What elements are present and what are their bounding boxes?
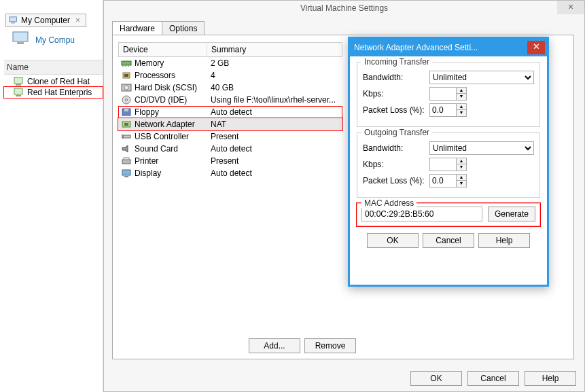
computer-icon (12, 31, 30, 48)
outgoing-loss-input[interactable] (429, 174, 457, 188)
col-device[interactable]: Device (119, 43, 207, 56)
hdd-icon (121, 83, 132, 92)
library-sidebar: My Computer × My Compu Name Clone of Red… (0, 0, 103, 392)
device-name: Printer (135, 156, 158, 166)
svg-rect-24 (122, 160, 130, 164)
device-row-hdd[interactable]: Hard Disk (SCSI)40 GB (118, 82, 342, 94)
outgoing-legend: Outgoing Transfer (361, 128, 432, 137)
svg-point-17 (126, 99, 128, 101)
svg-rect-10 (125, 65, 126, 67)
ok-button[interactable]: OK (410, 371, 462, 386)
floppy-icon (121, 107, 132, 117)
remove-button[interactable]: Remove (304, 338, 356, 353)
incoming-bandwidth-select[interactable]: Unlimited (429, 71, 534, 84)
sidebar-tab-mycomputer[interactable]: My Computer × (5, 14, 86, 27)
svg-rect-9 (122, 65, 124, 67)
close-icon[interactable]: × (557, 1, 584, 14)
device-name: Sound Card (135, 144, 178, 154)
col-summary[interactable]: Summary (207, 43, 342, 56)
device-row-usb[interactable]: USB ControllerPresent (118, 130, 342, 143)
svg-rect-6 (14, 88, 22, 94)
display-icon (121, 168, 132, 178)
device-summary: Auto detect (207, 143, 342, 154)
device-summary: 40 GB (207, 82, 342, 93)
device-row-printer[interactable]: PrinterPresent (118, 155, 342, 167)
computer-icon (9, 16, 18, 24)
svg-rect-21 (124, 123, 128, 126)
outgoing-group: Outgoing Transfer Bandwidth: Unlimited K… (357, 132, 540, 198)
svg-rect-27 (124, 176, 128, 177)
device-name: Display (135, 168, 161, 178)
spinner-icon[interactable]: ▲▼ (457, 87, 467, 101)
svg-rect-26 (122, 170, 130, 175)
device-summary: Present (207, 156, 342, 166)
ok-button[interactable]: OK (367, 233, 419, 248)
outgoing-bandwidth-select[interactable]: Unlimited (429, 141, 534, 155)
settings-tabs: Hardware Options (112, 21, 204, 36)
help-button[interactable]: Help (525, 371, 576, 386)
device-summary: 2 GB (207, 58, 342, 69)
incoming-loss-input[interactable] (429, 103, 457, 117)
cancel-button[interactable]: Cancel (467, 371, 519, 386)
tab-hardware[interactable]: Hardware (112, 21, 162, 36)
svg-rect-3 (17, 42, 24, 44)
device-summary: Using file F:\tool\linux\rhel-server... (207, 94, 342, 105)
sound-icon (121, 144, 132, 154)
close-icon[interactable]: × (75, 16, 80, 25)
adv-buttons: OK Cancel Help (357, 233, 540, 248)
device-row-nic[interactable]: Network AdapterNAT (118, 118, 342, 130)
tree-item-label: Clone of Red Hat (27, 77, 90, 86)
device-buttons: Add... Remove (249, 338, 356, 353)
mac-address-input[interactable] (361, 207, 482, 221)
sidebar-tab-label: My Computer (21, 16, 70, 25)
usb-icon (121, 132, 132, 141)
printer-icon (121, 156, 132, 166)
vm-icon (14, 88, 24, 97)
device-summary: Present (207, 131, 342, 142)
add-button[interactable]: Add... (249, 338, 300, 353)
svg-rect-5 (16, 84, 21, 86)
svg-rect-0 (10, 17, 17, 22)
device-row-floppy[interactable]: FloppyAuto detect (118, 106, 342, 118)
svg-point-15 (124, 86, 128, 90)
svg-rect-25 (124, 158, 129, 160)
tree-item-clone[interactable]: Clone of Red Hat (4, 76, 103, 87)
library-title: My Compu (12, 31, 75, 48)
device-row-sound[interactable]: Sound CardAuto detect (118, 143, 342, 155)
device-row-memory[interactable]: Memory2 GB (118, 57, 342, 69)
generate-button[interactable]: Generate (488, 207, 535, 221)
nic-icon (121, 120, 132, 129)
incoming-legend: Incoming Transfer (361, 57, 432, 67)
device-row-display[interactable]: DisplayAuto detect (118, 167, 342, 179)
mac-legend: MAC Address (361, 198, 416, 208)
help-button[interactable]: Help (478, 233, 530, 248)
device-row-cpu[interactable]: Processors4 (118, 69, 342, 82)
svg-rect-1 (12, 22, 15, 24)
mac-group: MAC Address Generate (357, 203, 540, 226)
device-name: Memory (135, 58, 164, 68)
bandwidth-label: Bandwidth: (363, 143, 425, 153)
tree-item-redhat[interactable]: Red Hat Enterpris (4, 87, 103, 98)
device-name: Network Adapter (135, 120, 195, 129)
packet-loss-label: Packet Loss (%): (363, 176, 425, 185)
svg-rect-23 (122, 135, 124, 139)
library-tree: Clone of Red Hat Red Hat Enterpris (4, 76, 103, 98)
device-name: Hard Disk (SCSI) (135, 83, 197, 92)
incoming-kbps-input[interactable] (429, 87, 457, 101)
spinner-icon[interactable]: ▲▼ (457, 158, 467, 171)
close-icon[interactable]: ✕ (527, 41, 545, 54)
library-column-name[interactable]: Name (4, 60, 103, 75)
incoming-group: Incoming Transfer Bandwidth: Unlimited K… (357, 62, 540, 127)
adv-title-text: Network Adapter Advanced Setti... (350, 43, 527, 52)
device-summary: Auto detect (207, 168, 342, 179)
spinner-icon[interactable]: ▲▼ (457, 103, 467, 117)
device-row-cd[interactable]: CD/DVD (IDE)Using file F:\tool\linux\rhe… (118, 94, 342, 106)
svg-rect-13 (124, 74, 128, 77)
cancel-button[interactable]: Cancel (423, 233, 474, 248)
vm-icon (14, 77, 24, 86)
packet-loss-label: Packet Loss (%): (363, 105, 425, 115)
bandwidth-label: Bandwidth: (363, 73, 425, 82)
spinner-icon[interactable]: ▲▼ (457, 174, 467, 188)
tab-options[interactable]: Options (162, 21, 205, 36)
outgoing-kbps-input[interactable] (429, 158, 457, 171)
